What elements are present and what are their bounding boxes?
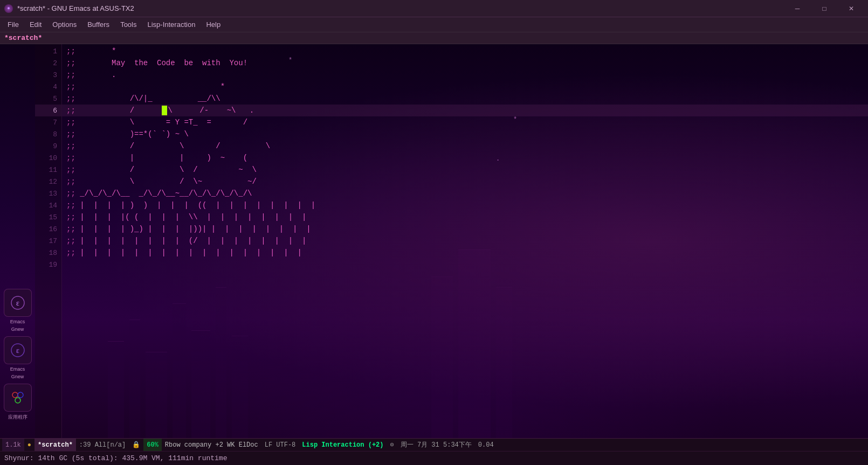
window-title: *scratch* - GNU Emacs at ASUS-TX2 — [17, 4, 785, 12]
sidebar-group-3: 应用程序 — [2, 384, 33, 421]
sidebar: ε Emacs Gnew ε Emacs Gnew — [0, 44, 35, 438]
menu-edit[interactable]: Edit — [24, 19, 47, 30]
buffer-name-label: *scratch* — [4, 34, 42, 42]
sidebar-label-emacs-2: Emacs — [10, 366, 25, 372]
line-num-17: 17 — [35, 235, 61, 247]
buffer-name-bar: *scratch* — [0, 32, 868, 44]
status-buffer-icon: ● — [24, 439, 35, 451]
svg-point-4 — [12, 392, 18, 398]
line-num-5: 5 — [35, 93, 61, 105]
code-line-1: ;; * — [62, 45, 868, 57]
line-num-7: 7 — [35, 116, 61, 128]
code-line-15: ;; | | | |( ( | | | \\ | | | | | | | | — [62, 211, 868, 223]
mini-buffer: Shynur: 14th GC (5s total): 435.9M VM, 1… — [0, 451, 868, 465]
code-line-4: ;; * — [62, 81, 868, 93]
status-mode-info: Rbow company +2 WK ElDoc — [162, 439, 261, 451]
minimize-button[interactable]: ─ — [785, 0, 810, 17]
line-num-18: 18 — [35, 247, 61, 259]
title-bar: ● *scratch* - GNU Emacs at ASUS-TX2 ─ □ … — [0, 0, 868, 17]
line-num-8: 8 — [35, 128, 61, 140]
app-icon: ● — [4, 4, 13, 13]
line-num-1: 1 — [35, 45, 61, 57]
sidebar-icons-group: ε Emacs Gnew ε Emacs Gnew — [2, 289, 33, 425]
status-percent: 60% — [143, 439, 162, 451]
sidebar-group-1: ε Emacs Gnew — [2, 289, 33, 332]
code-line-13: ;; _/\_/\_/\__ _/\_/\__~__/\_/\_/\_/\_/\ — [62, 188, 868, 199]
sidebar-group-2: ε Emacs Gnew — [2, 336, 33, 379]
code-line-14: ;; | | | | ) ) | | | (( | | | | | | | | — [62, 199, 868, 211]
line-num-15: 15 — [35, 211, 61, 223]
status-bar: 1.1k ● *scratch* :39 All[n/a] 🔒 60% Rbow… — [0, 438, 868, 451]
line-num-6: 6 — [35, 105, 61, 116]
line-num-19: 19 — [35, 259, 61, 270]
line-num-12: 12 — [35, 176, 61, 188]
star-decoration-3: . — [496, 155, 500, 163]
code-area[interactable]: ;; * ;; May the Code be with You! ;; . ;… — [62, 44, 868, 438]
line-num-11: 11 — [35, 164, 61, 176]
window-controls: ─ □ ✕ — [785, 0, 864, 17]
code-line-2: ;; May the Code be with You! — [62, 57, 868, 69]
menu-tools[interactable]: Tools — [115, 19, 142, 30]
code-line-12: ;; \ / \~ ~/ — [62, 176, 868, 188]
editor-area[interactable]: 1 2 3 4 5 6 7 8 9 10 11 12 13 14 15 16 1… — [35, 44, 868, 438]
svg-point-6 — [15, 398, 20, 403]
svg-text:ε: ε — [16, 299, 19, 307]
code-line-11: ;; / \ / ~ \ — [62, 164, 868, 176]
menu-lisp-interaction[interactable]: Lisp-Interaction — [142, 19, 201, 30]
line-num-3: 3 — [35, 69, 61, 81]
sidebar-icon-emacs-2[interactable]: ε — [4, 336, 32, 364]
sidebar-sublabel-emacs-2: Gnew — [11, 374, 24, 379]
code-line-10: ;; | | ) ~ ( — [62, 152, 868, 164]
line-numbers: 1 2 3 4 5 6 7 8 9 10 11 12 13 14 15 16 1… — [35, 44, 62, 438]
code-line-5: ;; /\/|_ __/\\ — [62, 93, 868, 105]
svg-point-5 — [18, 392, 23, 398]
sidebar-icon-emacs-1[interactable]: ε — [4, 289, 32, 317]
line-num-16: 16 — [35, 223, 61, 235]
maximize-button[interactable]: □ — [812, 0, 837, 17]
code-line-8: ;; )==*(` `) ~ \ — [62, 128, 868, 140]
code-line-17: ;; | | | | | | | | (/ | | | | | | | | — [62, 235, 868, 247]
code-line-9: ;; / \ / \ — [62, 140, 868, 152]
star-decoration-1: * — [288, 57, 292, 64]
mini-buffer-text: Shynur: 14th GC (5s total): 435.9M VM, 1… — [4, 454, 227, 462]
sidebar-label-gnew-1: Gnew — [11, 327, 24, 332]
status-datetime: 周一 7月 31 5:34下午 — [397, 439, 475, 451]
status-line-count: 1.1k — [2, 439, 24, 451]
code-line-6: ;; / \ /- ~\ . — [62, 105, 868, 116]
line-num-4: 4 — [35, 81, 61, 93]
code-line-3: ;; . — [62, 69, 868, 81]
line-num-13: 13 — [35, 188, 61, 199]
menu-file[interactable]: File — [2, 19, 24, 30]
code-line-19 — [62, 259, 868, 270]
menu-help[interactable]: Help — [201, 19, 226, 30]
status-clock-icon: ⊙ — [387, 439, 397, 451]
sidebar-label-app: 应用程序 — [8, 414, 27, 421]
line-num-2: 2 — [35, 57, 61, 69]
status-position: :39 All[n/a] — [76, 439, 129, 451]
line-num-9: 9 — [35, 140, 61, 152]
status-lisp-interaction: Lisp Interaction (+2) — [299, 439, 387, 451]
code-line-7: ;; \ = Y =T_ = / — [62, 116, 868, 128]
star-decoration-2: * — [513, 116, 517, 123]
sidebar-icon-app[interactable] — [4, 384, 32, 412]
menu-bar: File Edit Options Buffers Tools Lisp-Int… — [0, 17, 868, 32]
close-button[interactable]: ✕ — [839, 0, 864, 17]
menu-options[interactable]: Options — [47, 19, 82, 30]
line-num-10: 10 — [35, 152, 61, 164]
status-encoding: LF UTF-8 — [261, 439, 299, 451]
menu-buffers[interactable]: Buffers — [82, 19, 115, 30]
sidebar-label-emacs-1: Emacs — [10, 319, 25, 324]
status-buffer-name: *scratch* — [35, 439, 76, 451]
code-line-18: ;; | | | | | | | | | | | | | | | | | — [62, 247, 868, 259]
line-num-14: 14 — [35, 199, 61, 211]
code-line-16: ;; | | | | )_) | | | |))| | | | | | | | … — [62, 223, 868, 235]
svg-text:ε: ε — [16, 346, 19, 355]
status-lock-icon: 🔒 — [129, 439, 143, 451]
status-load: 0.04 — [475, 439, 497, 451]
